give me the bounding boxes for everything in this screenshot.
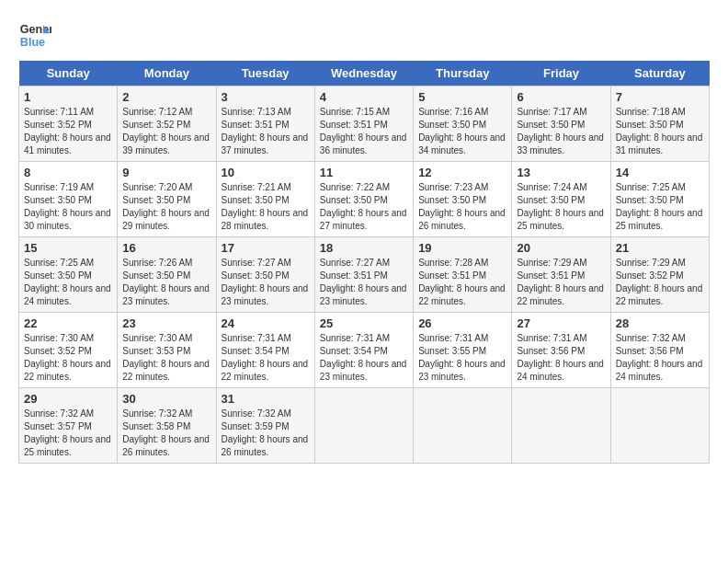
svg-text:Blue: Blue xyxy=(20,36,45,49)
calendar-cell: 19 Sunrise: 7:28 AMSunset: 3:51 PMDaylig… xyxy=(414,237,512,313)
day-info: Sunrise: 7:27 AMSunset: 3:51 PMDaylight:… xyxy=(320,258,407,306)
day-number: 22 xyxy=(24,316,112,330)
day-number: 28 xyxy=(616,316,704,330)
day-number: 19 xyxy=(418,241,506,255)
day-number: 8 xyxy=(24,166,112,179)
calendar-table: SundayMondayTuesdayWednesdayThursdayFrid… xyxy=(18,61,710,464)
day-number: 4 xyxy=(320,90,408,104)
calendar-cell: 18 Sunrise: 7:27 AMSunset: 3:51 PMDaylig… xyxy=(314,237,413,313)
day-info: Sunrise: 7:32 AMSunset: 3:57 PMDaylight:… xyxy=(24,408,111,457)
calendar-cell: 17 Sunrise: 7:27 AMSunset: 3:50 PMDaylig… xyxy=(216,237,314,313)
day-number: 23 xyxy=(122,316,210,330)
day-info: Sunrise: 7:11 AMSunset: 3:52 PMDaylight:… xyxy=(24,107,111,155)
day-number: 7 xyxy=(616,90,704,104)
calendar-cell: 28 Sunrise: 7:32 AMSunset: 3:56 PMDaylig… xyxy=(610,313,709,388)
day-number: 20 xyxy=(517,241,605,255)
day-number: 12 xyxy=(418,166,506,179)
calendar-cell: 9 Sunrise: 7:20 AMSunset: 3:50 PMDayligh… xyxy=(118,162,216,237)
day-info: Sunrise: 7:22 AMSunset: 3:50 PMDaylight:… xyxy=(320,182,407,231)
day-number: 27 xyxy=(517,316,605,330)
calendar-cell xyxy=(610,388,709,464)
logo: General Blue xyxy=(18,18,51,52)
calendar-cell xyxy=(512,388,610,464)
day-info: Sunrise: 7:15 AMSunset: 3:51 PMDaylight:… xyxy=(320,107,407,155)
day-number: 10 xyxy=(222,166,310,179)
calendar-cell xyxy=(314,388,413,464)
day-number: 5 xyxy=(418,90,506,104)
day-info: Sunrise: 7:28 AMSunset: 3:51 PMDaylight:… xyxy=(418,258,506,306)
header-sunday: Sunday xyxy=(19,61,118,86)
day-info: Sunrise: 7:18 AMSunset: 3:50 PMDaylight:… xyxy=(616,107,703,155)
calendar-week-4: 22 Sunrise: 7:30 AMSunset: 3:52 PMDaylig… xyxy=(19,313,710,388)
calendar-cell: 7 Sunrise: 7:18 AMSunset: 3:50 PMDayligh… xyxy=(610,86,709,162)
calendar-cell: 3 Sunrise: 7:13 AMSunset: 3:51 PMDayligh… xyxy=(216,86,314,162)
day-info: Sunrise: 7:29 AMSunset: 3:52 PMDaylight:… xyxy=(616,258,703,306)
calendar-cell: 20 Sunrise: 7:29 AMSunset: 3:51 PMDaylig… xyxy=(512,237,610,313)
day-info: Sunrise: 7:30 AMSunset: 3:53 PMDaylight:… xyxy=(122,333,210,382)
day-info: Sunrise: 7:31 AMSunset: 3:56 PMDaylight:… xyxy=(517,333,604,382)
header: General Blue xyxy=(18,18,710,52)
day-number: 30 xyxy=(122,392,210,406)
calendar-cell: 6 Sunrise: 7:17 AMSunset: 3:50 PMDayligh… xyxy=(512,86,610,162)
logo-icon: General Blue xyxy=(18,18,51,52)
day-number: 15 xyxy=(24,241,112,255)
day-info: Sunrise: 7:26 AMSunset: 3:50 PMDaylight:… xyxy=(122,258,210,306)
day-info: Sunrise: 7:32 AMSunset: 3:59 PMDaylight:… xyxy=(222,408,309,457)
calendar-cell: 15 Sunrise: 7:25 AMSunset: 3:50 PMDaylig… xyxy=(19,237,118,313)
calendar-week-3: 15 Sunrise: 7:25 AMSunset: 3:50 PMDaylig… xyxy=(19,237,710,313)
day-number: 21 xyxy=(616,241,704,255)
calendar-cell: 13 Sunrise: 7:24 AMSunset: 3:50 PMDaylig… xyxy=(512,162,610,237)
header-friday: Friday xyxy=(512,61,610,86)
calendar-cell: 8 Sunrise: 7:19 AMSunset: 3:50 PMDayligh… xyxy=(19,162,118,237)
day-info: Sunrise: 7:31 AMSunset: 3:55 PMDaylight:… xyxy=(418,333,506,382)
day-number: 1 xyxy=(24,90,112,104)
day-info: Sunrise: 7:12 AMSunset: 3:52 PMDaylight:… xyxy=(122,107,210,155)
header-row: SundayMondayTuesdayWednesdayThursdayFrid… xyxy=(19,61,710,86)
day-number: 3 xyxy=(222,90,310,104)
day-info: Sunrise: 7:31 AMSunset: 3:54 PMDaylight:… xyxy=(320,333,407,382)
day-number: 18 xyxy=(320,241,408,255)
day-number: 29 xyxy=(24,392,112,406)
day-info: Sunrise: 7:27 AMSunset: 3:50 PMDaylight:… xyxy=(222,258,309,306)
day-info: Sunrise: 7:13 AMSunset: 3:51 PMDaylight:… xyxy=(222,107,309,155)
calendar-cell: 21 Sunrise: 7:29 AMSunset: 3:52 PMDaylig… xyxy=(610,237,709,313)
calendar-cell: 16 Sunrise: 7:26 AMSunset: 3:50 PMDaylig… xyxy=(118,237,216,313)
calendar-week-2: 8 Sunrise: 7:19 AMSunset: 3:50 PMDayligh… xyxy=(19,162,710,237)
day-info: Sunrise: 7:20 AMSunset: 3:50 PMDaylight:… xyxy=(122,182,210,231)
day-number: 6 xyxy=(517,90,605,104)
day-info: Sunrise: 7:23 AMSunset: 3:50 PMDaylight:… xyxy=(418,182,506,231)
header-monday: Monday xyxy=(118,61,216,86)
header-saturday: Saturday xyxy=(610,61,709,86)
calendar-week-5: 29 Sunrise: 7:32 AMSunset: 3:57 PMDaylig… xyxy=(19,388,710,464)
calendar-cell: 2 Sunrise: 7:12 AMSunset: 3:52 PMDayligh… xyxy=(118,86,216,162)
calendar-cell: 31 Sunrise: 7:32 AMSunset: 3:59 PMDaylig… xyxy=(216,388,314,464)
day-number: 31 xyxy=(222,392,310,406)
day-info: Sunrise: 7:24 AMSunset: 3:50 PMDaylight:… xyxy=(517,182,604,231)
calendar-cell xyxy=(414,388,512,464)
day-info: Sunrise: 7:25 AMSunset: 3:50 PMDaylight:… xyxy=(24,258,111,306)
day-info: Sunrise: 7:16 AMSunset: 3:50 PMDaylight:… xyxy=(418,107,506,155)
day-number: 24 xyxy=(222,316,310,330)
calendar-cell: 14 Sunrise: 7:25 AMSunset: 3:50 PMDaylig… xyxy=(610,162,709,237)
day-info: Sunrise: 7:29 AMSunset: 3:51 PMDaylight:… xyxy=(517,258,604,306)
day-info: Sunrise: 7:31 AMSunset: 3:54 PMDaylight:… xyxy=(222,333,309,382)
calendar-cell: 22 Sunrise: 7:30 AMSunset: 3:52 PMDaylig… xyxy=(19,313,118,388)
day-number: 16 xyxy=(122,241,210,255)
calendar-week-1: 1 Sunrise: 7:11 AMSunset: 3:52 PMDayligh… xyxy=(19,86,710,162)
day-info: Sunrise: 7:32 AMSunset: 3:56 PMDaylight:… xyxy=(616,333,703,382)
calendar-cell: 12 Sunrise: 7:23 AMSunset: 3:50 PMDaylig… xyxy=(414,162,512,237)
day-number: 26 xyxy=(418,316,506,330)
calendar-cell: 11 Sunrise: 7:22 AMSunset: 3:50 PMDaylig… xyxy=(314,162,413,237)
calendar-cell: 29 Sunrise: 7:32 AMSunset: 3:57 PMDaylig… xyxy=(19,388,118,464)
calendar-cell: 5 Sunrise: 7:16 AMSunset: 3:50 PMDayligh… xyxy=(414,86,512,162)
day-number: 13 xyxy=(517,166,605,179)
calendar-cell: 10 Sunrise: 7:21 AMSunset: 3:50 PMDaylig… xyxy=(216,162,314,237)
header-wednesday: Wednesday xyxy=(314,61,413,86)
calendar-cell: 24 Sunrise: 7:31 AMSunset: 3:54 PMDaylig… xyxy=(216,313,314,388)
day-number: 9 xyxy=(122,166,210,179)
calendar-cell: 4 Sunrise: 7:15 AMSunset: 3:51 PMDayligh… xyxy=(314,86,413,162)
calendar-cell: 27 Sunrise: 7:31 AMSunset: 3:56 PMDaylig… xyxy=(512,313,610,388)
day-info: Sunrise: 7:25 AMSunset: 3:50 PMDaylight:… xyxy=(616,182,703,231)
day-number: 17 xyxy=(222,241,310,255)
calendar-cell: 25 Sunrise: 7:31 AMSunset: 3:54 PMDaylig… xyxy=(314,313,413,388)
